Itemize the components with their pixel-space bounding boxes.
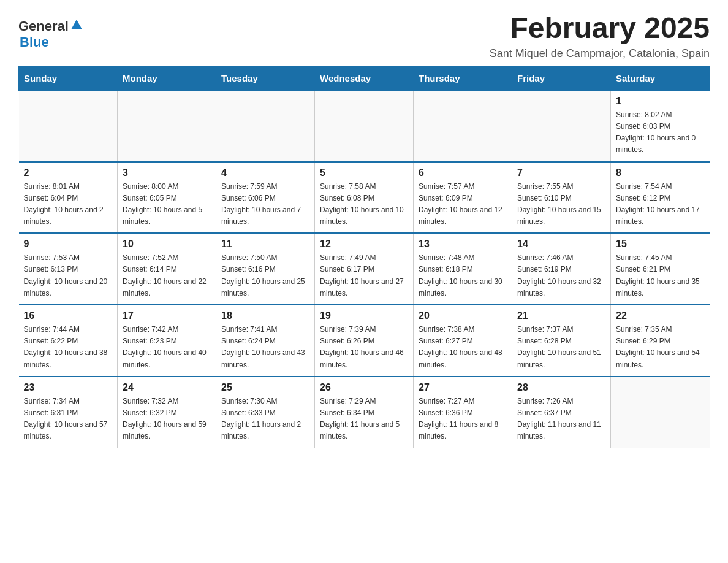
day-info: Sunrise: 7:34 AMSunset: 6:31 PMDaylight:… — [24, 396, 113, 443]
col-header-thursday: Thursday — [414, 66, 512, 90]
day-number: 22 — [616, 310, 705, 321]
day-info: Sunrise: 7:57 AMSunset: 6:09 PMDaylight:… — [419, 181, 507, 228]
calendar-cell: 27Sunrise: 7:27 AMSunset: 6:36 PMDayligh… — [414, 377, 512, 448]
calendar-cell: 2Sunrise: 8:01 AMSunset: 6:04 PMDaylight… — [19, 162, 118, 234]
col-header-sunday: Sunday — [19, 66, 118, 90]
col-header-tuesday: Tuesday — [216, 66, 315, 90]
day-number: 25 — [221, 382, 309, 393]
col-header-monday: Monday — [118, 66, 216, 90]
day-info: Sunrise: 7:37 AMSunset: 6:28 PMDaylight:… — [517, 324, 605, 371]
calendar-table: SundayMondayTuesdayWednesdayThursdayFrid… — [18, 66, 710, 448]
logo-flag-icon — [70, 18, 83, 31]
calendar-week-row: 9Sunrise: 7:53 AMSunset: 6:13 PMDaylight… — [19, 233, 710, 305]
day-number: 9 — [24, 239, 113, 250]
calendar-cell: 20Sunrise: 7:38 AMSunset: 6:27 PMDayligh… — [414, 305, 512, 377]
day-info: Sunrise: 7:26 AMSunset: 6:37 PMDaylight:… — [517, 396, 605, 443]
day-info: Sunrise: 7:41 AMSunset: 6:24 PMDaylight:… — [221, 324, 309, 371]
day-info: Sunrise: 7:39 AMSunset: 6:26 PMDaylight:… — [320, 324, 408, 371]
calendar-cell — [118, 90, 216, 162]
calendar-cell: 22Sunrise: 7:35 AMSunset: 6:29 PMDayligh… — [611, 305, 710, 377]
calendar-week-row: 16Sunrise: 7:44 AMSunset: 6:22 PMDayligh… — [19, 305, 710, 377]
day-number: 19 — [320, 310, 408, 321]
day-info: Sunrise: 7:54 AMSunset: 6:12 PMDaylight:… — [616, 181, 705, 228]
calendar-cell — [315, 90, 414, 162]
day-info: Sunrise: 7:48 AMSunset: 6:18 PMDaylight:… — [419, 252, 507, 299]
day-info: Sunrise: 8:00 AMSunset: 6:05 PMDaylight:… — [123, 181, 211, 228]
day-info: Sunrise: 7:55 AMSunset: 6:10 PMDaylight:… — [517, 181, 605, 228]
day-number: 20 — [419, 310, 507, 321]
main-title: February 2025 — [490, 12, 710, 45]
day-info: Sunrise: 7:59 AMSunset: 6:06 PMDaylight:… — [221, 181, 309, 228]
day-info: Sunrise: 7:46 AMSunset: 6:19 PMDaylight:… — [517, 252, 605, 299]
calendar-week-row: 2Sunrise: 8:01 AMSunset: 6:04 PMDaylight… — [19, 162, 710, 234]
day-info: Sunrise: 7:35 AMSunset: 6:29 PMDaylight:… — [616, 324, 705, 371]
col-header-friday: Friday — [512, 66, 611, 90]
col-header-wednesday: Wednesday — [315, 66, 414, 90]
day-info: Sunrise: 7:53 AMSunset: 6:13 PMDaylight:… — [24, 252, 113, 299]
logo: General Blue — [18, 18, 85, 50]
day-info: Sunrise: 7:32 AMSunset: 6:32 PMDaylight:… — [123, 396, 211, 443]
day-number: 8 — [616, 167, 705, 178]
calendar-cell: 9Sunrise: 7:53 AMSunset: 6:13 PMDaylight… — [19, 233, 118, 305]
day-info: Sunrise: 8:02 AMSunset: 6:03 PMDaylight:… — [616, 109, 705, 156]
day-number: 18 — [221, 310, 309, 321]
calendar-cell: 16Sunrise: 7:44 AMSunset: 6:22 PMDayligh… — [19, 305, 118, 377]
calendar-cell: 19Sunrise: 7:39 AMSunset: 6:26 PMDayligh… — [315, 305, 414, 377]
calendar-cell: 11Sunrise: 7:50 AMSunset: 6:16 PMDayligh… — [216, 233, 315, 305]
calendar-header-row: SundayMondayTuesdayWednesdayThursdayFrid… — [19, 66, 710, 90]
calendar-cell — [611, 377, 710, 448]
day-number: 14 — [517, 239, 605, 250]
day-number: 16 — [24, 310, 113, 321]
calendar-cell: 1Sunrise: 8:02 AMSunset: 6:03 PMDaylight… — [611, 90, 710, 162]
day-info: Sunrise: 7:44 AMSunset: 6:22 PMDaylight:… — [24, 324, 113, 371]
day-number: 12 — [320, 239, 408, 250]
day-number: 27 — [419, 382, 507, 393]
day-info: Sunrise: 7:49 AMSunset: 6:17 PMDaylight:… — [320, 252, 408, 299]
calendar-cell: 23Sunrise: 7:34 AMSunset: 6:31 PMDayligh… — [19, 377, 118, 448]
day-info: Sunrise: 7:58 AMSunset: 6:08 PMDaylight:… — [320, 181, 408, 228]
day-number: 11 — [221, 239, 309, 250]
calendar-cell: 15Sunrise: 7:45 AMSunset: 6:21 PMDayligh… — [611, 233, 710, 305]
calendar-week-row: 23Sunrise: 7:34 AMSunset: 6:31 PMDayligh… — [19, 377, 710, 448]
day-number: 23 — [24, 382, 113, 393]
calendar-cell: 3Sunrise: 8:00 AMSunset: 6:05 PMDaylight… — [118, 162, 216, 234]
day-number: 2 — [24, 167, 113, 178]
calendar-cell: 8Sunrise: 7:54 AMSunset: 6:12 PMDaylight… — [611, 162, 710, 234]
calendar-cell: 12Sunrise: 7:49 AMSunset: 6:17 PMDayligh… — [315, 233, 414, 305]
day-number: 10 — [123, 239, 211, 250]
day-info: Sunrise: 8:01 AMSunset: 6:04 PMDaylight:… — [24, 181, 113, 228]
day-number: 7 — [517, 167, 605, 178]
day-number: 1 — [616, 96, 705, 107]
day-info: Sunrise: 7:27 AMSunset: 6:36 PMDaylight:… — [419, 396, 507, 443]
header: General Blue February 2025 Sant Miquel d… — [18, 12, 710, 60]
day-number: 15 — [616, 239, 705, 250]
calendar-cell — [19, 90, 118, 162]
day-info: Sunrise: 7:42 AMSunset: 6:23 PMDaylight:… — [123, 324, 211, 371]
calendar-cell: 7Sunrise: 7:55 AMSunset: 6:10 PMDaylight… — [512, 162, 611, 234]
calendar-cell — [512, 90, 611, 162]
day-number: 21 — [517, 310, 605, 321]
day-number: 6 — [419, 167, 507, 178]
calendar-cell: 14Sunrise: 7:46 AMSunset: 6:19 PMDayligh… — [512, 233, 611, 305]
calendar-cell: 21Sunrise: 7:37 AMSunset: 6:28 PMDayligh… — [512, 305, 611, 377]
calendar-cell: 24Sunrise: 7:32 AMSunset: 6:32 PMDayligh… — [118, 377, 216, 448]
day-info: Sunrise: 7:45 AMSunset: 6:21 PMDaylight:… — [616, 252, 705, 299]
calendar-cell: 18Sunrise: 7:41 AMSunset: 6:24 PMDayligh… — [216, 305, 315, 377]
calendar-week-row: 1Sunrise: 8:02 AMSunset: 6:03 PMDaylight… — [19, 90, 710, 162]
day-info: Sunrise: 7:30 AMSunset: 6:33 PMDaylight:… — [221, 396, 309, 443]
calendar-cell: 25Sunrise: 7:30 AMSunset: 6:33 PMDayligh… — [216, 377, 315, 448]
day-number: 26 — [320, 382, 408, 393]
calendar-cell — [216, 90, 315, 162]
calendar-cell: 28Sunrise: 7:26 AMSunset: 6:37 PMDayligh… — [512, 377, 611, 448]
day-number: 28 — [517, 382, 605, 393]
day-info: Sunrise: 7:52 AMSunset: 6:14 PMDaylight:… — [123, 252, 211, 299]
day-info: Sunrise: 7:29 AMSunset: 6:34 PMDaylight:… — [320, 396, 408, 443]
subtitle: Sant Miquel de Campmajor, Catalonia, Spa… — [490, 47, 710, 60]
day-number: 17 — [123, 310, 211, 321]
calendar-cell: 4Sunrise: 7:59 AMSunset: 6:06 PMDaylight… — [216, 162, 315, 234]
day-number: 4 — [221, 167, 309, 178]
day-info: Sunrise: 7:38 AMSunset: 6:27 PMDaylight:… — [419, 324, 507, 371]
calendar-cell: 13Sunrise: 7:48 AMSunset: 6:18 PMDayligh… — [414, 233, 512, 305]
calendar-cell — [414, 90, 512, 162]
calendar-cell: 26Sunrise: 7:29 AMSunset: 6:34 PMDayligh… — [315, 377, 414, 448]
